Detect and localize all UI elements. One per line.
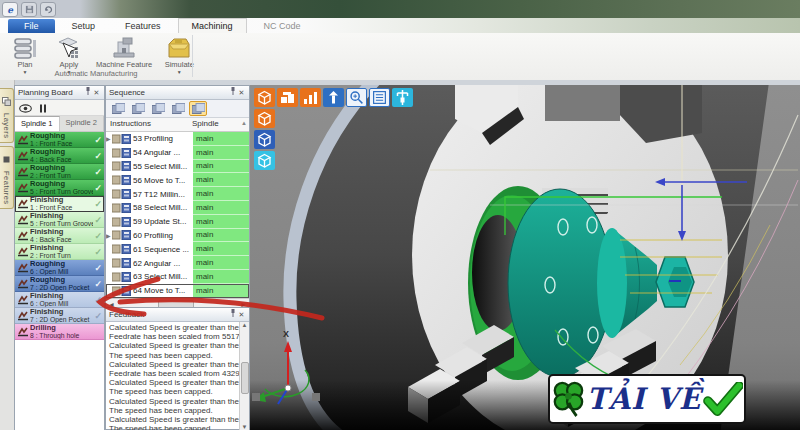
check-icon: ✓ (94, 231, 102, 241)
ribbon-tab-file[interactable]: File (8, 19, 55, 33)
column-spindle[interactable]: Spindle (192, 119, 219, 128)
feedback-title: Feedback (109, 310, 228, 319)
scroll-up-icon[interactable]: ▲ (241, 120, 247, 126)
shaded-cube-icon[interactable] (254, 130, 275, 149)
tab-spindle-2[interactable]: Spindle 2 (60, 116, 105, 131)
pause-icon[interactable] (39, 99, 47, 117)
instruction-icon (112, 175, 133, 185)
sequence-row-59[interactable]: 59 Update St... main (106, 215, 249, 229)
side-tab-layers[interactable]: Layers (0, 88, 14, 143)
sequence-toolbar (106, 100, 249, 118)
scroll-up-icon[interactable]: ▲ (240, 322, 249, 328)
planning-item-roughing-4-back-face[interactable]: Roughing4 : Back Face ✓ (15, 148, 104, 164)
feedback-line: Calculated Speed is greater than the max… (106, 360, 240, 369)
sequence-row-62[interactable]: 62 Angular ... main (106, 256, 249, 270)
sequence-toolbar-icon-1[interactable] (109, 101, 127, 116)
ribbon-tab-setup[interactable]: Setup (59, 19, 109, 33)
layers-icon (2, 92, 11, 110)
feedback-line: Feedrate has been scaled from 4329.02 to… (106, 369, 240, 378)
ribbon-group-label: Automatic Manufacturing (55, 69, 138, 78)
planning-item-finishing-4-back-face[interactable]: Finishing4 : Back Face ✓ (15, 228, 104, 244)
probe-icon[interactable] (392, 88, 413, 107)
sequence-row-56[interactable]: 56 Move to T... main (106, 173, 249, 187)
planning-board-panel: Planning Board ✕ Spindle 1Spindle 2 Roug… (14, 85, 105, 430)
instruction-icon (112, 134, 133, 144)
operation-icon (17, 150, 30, 161)
planning-item-finishing-1-front-face[interactable]: Finishing1 : Front Face ✓ (15, 196, 104, 212)
operation-icon (17, 230, 30, 241)
close-icon[interactable]: ✕ (92, 87, 101, 98)
check-icon: ✓ (94, 263, 102, 273)
tool-icon[interactable] (323, 88, 344, 107)
sequence-row-57[interactable]: 57 T12 Millin... main (106, 187, 249, 201)
close-icon[interactable]: ✕ (237, 309, 246, 320)
planning-item-roughing-1-front-face[interactable]: Roughing1 : Front Face ✓ (15, 132, 104, 148)
stock-icon[interactable] (277, 88, 298, 107)
planning-item-drilling-8-through-hole[interactable]: Drilling8 : Through hole (15, 324, 104, 340)
application-window: e FileSetupFeaturesMachiningNC Code Plan… (0, 0, 800, 430)
ribbon-tab-nc-code[interactable]: NC Code (251, 19, 314, 33)
pin-icon[interactable] (83, 87, 92, 98)
close-icon[interactable]: ✕ (237, 87, 246, 98)
pin-icon[interactable] (228, 87, 237, 98)
eye-icon[interactable] (19, 99, 32, 117)
watermark-download-badge: TẢI VỀ (548, 374, 746, 424)
machine-feature-icon (111, 36, 137, 60)
sequence-row-61[interactable]: 61 Sequence ... main (106, 242, 249, 256)
planning-item-finishing-6-open-mill[interactable]: Finishing6 : Open Mill ✓ (15, 292, 104, 308)
sequence-row-55[interactable]: 55 Select Mill... main (106, 160, 249, 174)
pin-icon[interactable] (228, 309, 237, 320)
viewport-toolbar (254, 88, 413, 107)
feedback-header: Feedback ✕ (106, 308, 249, 322)
clover-icon (551, 380, 585, 418)
list-icon[interactable] (369, 88, 390, 107)
sequence-row-63[interactable]: 63 Select Mill... main (106, 270, 249, 284)
spindle-cell: main (193, 242, 249, 256)
instruction-icon (112, 230, 133, 240)
view-cube-icon[interactable] (254, 88, 275, 107)
sequence-row-54[interactable]: 54 Angular ... main (106, 146, 249, 160)
viewport-3d[interactable]: X (250, 85, 800, 430)
sequence-row-53[interactable]: ▶ 53 Profiling main (106, 132, 249, 146)
sequence-toolbar-icon-2[interactable] (129, 101, 147, 116)
planning-item-roughing-6-open-mill[interactable]: Roughing6 : Open Mill ✓ (15, 260, 104, 276)
background-block (545, 85, 620, 121)
ribbon-tab-bar: FileSetupFeaturesMachiningNC Code (0, 18, 800, 34)
machine-sim-icon[interactable] (300, 88, 321, 107)
ghost-cube-icon[interactable] (254, 151, 275, 170)
sequence-toolbar-icon-4[interactable] (169, 101, 187, 116)
zoom-icon[interactable] (346, 88, 367, 107)
undo-icon[interactable] (40, 2, 56, 17)
spindle-cell: main (193, 146, 249, 160)
scrollbar-thumb[interactable] (241, 362, 249, 394)
planning-item-list: Roughing1 : Front Face ✓ Roughing4 : Bac… (15, 132, 104, 430)
column-instructions[interactable]: Instructions (110, 119, 151, 128)
instruction-icon (112, 161, 133, 171)
feedback-line: Calculated Speed is greater than the max… (106, 323, 240, 332)
planning-item-roughing-2-front-turn[interactable]: Roughing2 : Front Turn ✓ (15, 164, 104, 180)
sequence-row-60[interactable]: ▶ 60 Profiling main (106, 229, 249, 243)
planning-item-finishing-5-front-turn-groove[interactable]: Finishing5 : Front Turn Groove ✓ (15, 212, 104, 228)
check-icon: ✓ (94, 215, 102, 225)
sequence-toolbar-icon-5[interactable] (189, 101, 207, 116)
instruction-icon (112, 189, 133, 199)
planning-item-finishing-7-2d-open-pocket[interactable]: Finishing7 : 2D Open Pocket ✓ (15, 308, 104, 324)
ribbon-tab-machining[interactable]: Machining (178, 18, 247, 33)
side-tab-features[interactable]: Features (0, 146, 14, 209)
sequence-row-58[interactable]: 58 Select Mill... main (106, 201, 249, 215)
tab-spindle-1[interactable]: Spindle 1 (15, 116, 60, 131)
planning-item-roughing-7-2d-open-pocket[interactable]: Roughing7 : 2D Open Pocket ✓ (15, 276, 104, 292)
planning-item-roughing-5-front-turn-groove[interactable]: Roughing5 : Front Turn Groove ✓ (15, 180, 104, 196)
vertical-scrollbar[interactable]: ▲ ▼ (239, 322, 249, 430)
plan-icon (12, 36, 38, 60)
wire-cube-icon[interactable] (254, 109, 275, 128)
planning-item-finishing-2-front-turn[interactable]: Finishing2 : Front Turn ✓ (15, 244, 104, 260)
ribbon-tab-features[interactable]: Features (112, 19, 174, 33)
app-menu-button[interactable]: e (2, 2, 18, 17)
scroll-down-icon[interactable]: ▼ (240, 424, 249, 430)
titlebar: e (0, 0, 800, 18)
sequence-toolbar-icon-3[interactable] (149, 101, 167, 116)
instruction-icon (112, 244, 133, 254)
sequence-row-64[interactable]: 64 Move to T... main (106, 284, 249, 298)
save-icon[interactable] (21, 2, 37, 17)
